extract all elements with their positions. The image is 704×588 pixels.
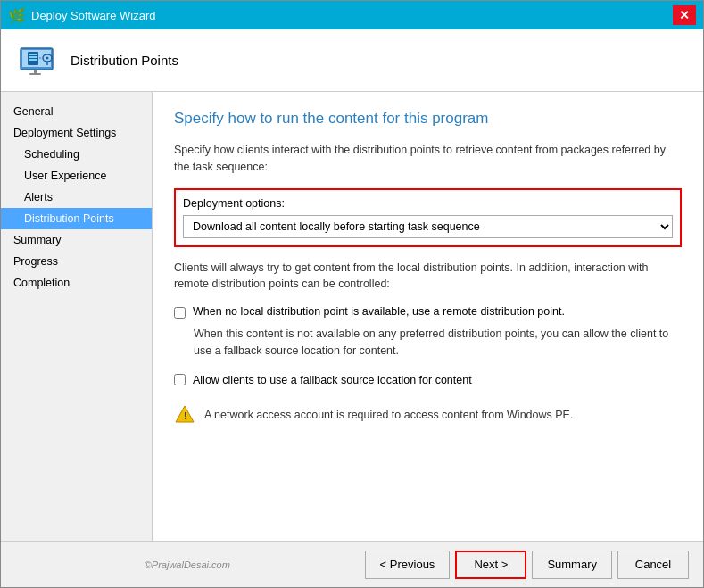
sidebar: General Deployment Settings Scheduling U…	[1, 92, 153, 541]
next-button[interactable]: Next >	[455, 551, 526, 579]
deployment-options-box: Deployment options: Download all content…	[174, 188, 682, 247]
sidebar-item-general[interactable]: General	[1, 101, 152, 122]
window-title: Deploy Software Wizard	[31, 9, 155, 22]
svg-rect-7	[29, 73, 41, 75]
header-title: Distribution Points	[70, 53, 178, 68]
content-area: Specify how to run the content for this …	[153, 92, 703, 541]
sidebar-item-deployment-settings[interactable]: Deployment Settings	[1, 122, 152, 144]
footer: ©PrajwalDesai.com < Previous Next > Summ…	[1, 541, 703, 587]
header-icon	[15, 39, 58, 82]
deployment-options-select[interactable]: Download all content locally before star…	[183, 215, 673, 238]
sidebar-item-progress[interactable]: Progress	[1, 251, 152, 272]
warning-icon: !	[174, 404, 195, 426]
info-text: Clients will always try to get content f…	[174, 260, 682, 294]
sidebar-item-user-experience[interactable]: User Experience	[1, 165, 152, 186]
app-icon: 🌿	[8, 7, 26, 24]
header-bar: Distribution Points	[1, 29, 703, 92]
cancel-button[interactable]: Cancel	[617, 551, 689, 579]
sidebar-item-completion[interactable]: Completion	[1, 272, 152, 294]
titlebar-left: 🌿 Deploy Software Wizard	[8, 7, 155, 24]
checkbox1-row: When no local distribution point is avai…	[174, 305, 682, 319]
close-button[interactable]: ✕	[673, 5, 696, 25]
watermark: ©PrajwalDesai.com	[15, 559, 360, 570]
warning-text: A network access account is required to …	[204, 409, 573, 421]
titlebar: 🌿 Deploy Software Wizard ✕	[1, 1, 703, 29]
summary-button[interactable]: Summary	[532, 551, 612, 579]
checkbox2[interactable]	[174, 374, 186, 385]
svg-rect-4	[29, 56, 37, 58]
checkbox1-label: When no local distribution point is avai…	[193, 305, 565, 318]
main-content: General Deployment Settings Scheduling U…	[1, 92, 703, 541]
checkbox1[interactable]	[174, 307, 186, 319]
sidebar-item-distribution-points[interactable]: Distribution Points	[1, 208, 152, 229]
sidebar-item-alerts[interactable]: Alerts	[1, 186, 152, 208]
fallback-text: When this content is not available on an…	[194, 326, 682, 360]
wizard-window: 🌿 Deploy Software Wizard ✕	[0, 0, 704, 588]
svg-text:!: !	[184, 410, 187, 421]
checkbox2-label: Allow clients to use a fallback source l…	[193, 374, 472, 386]
svg-rect-6	[34, 70, 37, 73]
content-heading: Specify how to run the content for this …	[174, 110, 682, 128]
svg-rect-5	[29, 59, 37, 61]
warning-row: ! A network access account is required t…	[174, 404, 682, 426]
svg-rect-3	[29, 54, 37, 55]
previous-button[interactable]: < Previous	[365, 551, 451, 579]
sidebar-item-summary[interactable]: Summary	[1, 229, 152, 251]
checkbox2-row: Allow clients to use a fallback source l…	[174, 374, 682, 386]
deployment-options-label: Deployment options:	[183, 197, 673, 210]
description-text: Specify how clients interact with the di…	[174, 142, 682, 176]
sidebar-item-scheduling[interactable]: Scheduling	[1, 144, 152, 165]
svg-point-10	[46, 56, 49, 59]
